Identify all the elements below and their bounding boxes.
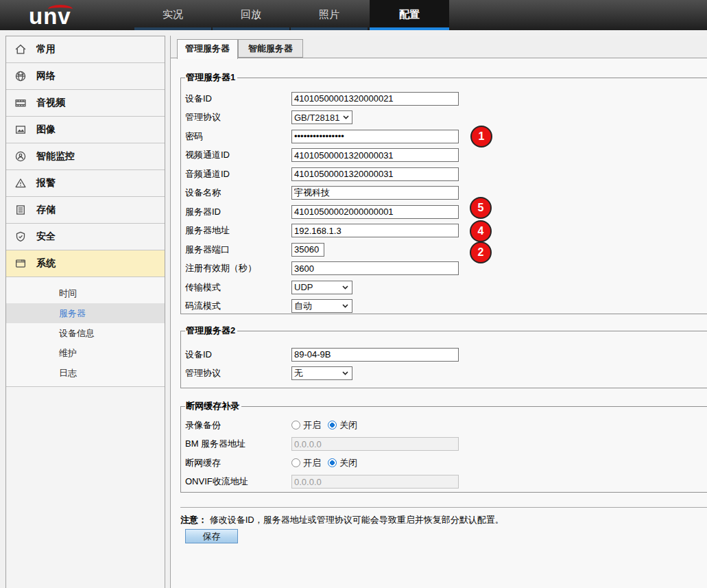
field-label: ONVIF收流地址 [185,475,291,488]
form-row: BM 服务器地址 [185,435,707,454]
field-label: 注册有效期（秒） [185,262,291,274]
sidebar-subitem-maintenance[interactable]: 维护 [6,343,165,363]
sidebar-item-common[interactable]: 常用 [6,36,165,63]
form-row: 设备名称 [185,184,707,203]
field-label: 密码 [185,130,291,143]
form-row: 视频通道ID [185,146,707,165]
nav-tab-underline [134,27,211,30]
section-title: 管理服务器2 [185,325,237,337]
sidebar-item-image[interactable]: 图像 [6,117,165,143]
form-row: 码流模式 自动 [185,297,707,316]
stream-mode-select[interactable]: 自动 [291,299,352,313]
sidebar-item-audio-video[interactable]: 音视频 [6,90,165,117]
radio-label: 开启 [303,419,321,432]
top-bar: unv 实况 回放 照片 配置 [0,0,707,30]
field-label: 服务器地址 [185,224,291,237]
document-icon [14,204,27,216]
nav-tab-live[interactable]: 实况 [134,0,211,30]
field-label: 视频通道ID [185,149,291,161]
unv-logo: unv [29,1,71,32]
server-id-input[interactable] [291,205,459,219]
sidebar-item-security[interactable]: 安全 [6,224,165,250]
offline-cache-radio-off[interactable] [328,458,337,467]
device-id-2-input[interactable] [291,348,459,362]
form-row: 服务器端口 [185,240,707,259]
audio-channel-id-input[interactable] [291,167,459,181]
offline-cache-radio-on[interactable] [291,458,300,467]
sidebar-item-network[interactable]: 网络 [6,63,165,90]
server-address-input[interactable] [291,224,459,237]
nav-tab-playback[interactable]: 回放 [213,0,289,30]
nav-tab-live-label: 实况 [163,8,183,20]
sidebar-item-label: 智能监控 [36,150,75,163]
sidebar-subitem-server[interactable]: 服务器 [6,303,165,323]
content-area: 管理服务器 智能服务器 管理服务器1 设备ID 管理协议 GB/T28181 密… [170,36,707,588]
select-value: UDP [294,282,313,292]
form-row: 管理协议 无 [185,364,707,384]
video-channel-id-input[interactable] [291,148,459,162]
offline-cache-section: 断网缓存补录 录像备份 开启 关闭 BM 服务器地址 断网缓存 开启 [180,400,707,493]
shield-check-icon [14,231,27,243]
field-label: 断网缓存 [185,457,291,469]
sidebar-item-storage[interactable]: 存储 [6,197,165,224]
section-title: 管理服务器1 [185,71,237,84]
record-backup-radio-on[interactable] [291,421,300,430]
form-row: 设备ID [185,345,707,364]
form-row: 设备ID [185,89,707,108]
sidebar-item-label: 音视频 [36,97,65,109]
sidebar-item-label: 系统 [36,257,56,270]
password-input[interactable] [291,130,459,143]
content-tab-strip: 管理服务器 智能服务器 [171,36,707,58]
sidebar-subitem-log[interactable]: 日志 [6,363,165,383]
sidebar-subitem-time[interactable]: 时间 [6,283,165,303]
protocol-select[interactable]: GB/T28181 [291,110,352,124]
record-backup-radio-off[interactable] [328,421,337,430]
transport-mode-select[interactable]: UDP [291,281,352,294]
device-name-input[interactable] [291,186,459,200]
chevron-down-icon [343,115,349,119]
form-row: 服务器地址 [185,222,707,241]
film-icon [14,97,27,109]
sidebar-item-system[interactable]: 系统 [6,250,165,277]
onvif-address-input [291,475,459,489]
nav-tab-photo[interactable]: 照片 [291,0,368,30]
sidebar: 常用 网络 音视频 图像 智能监控 报警 存储 [5,36,165,588]
sidebar-item-alarm[interactable]: 报警 [6,170,165,197]
note-text: 注意： 修改设备ID，服务器地址或管理协议可能会导致重启并恢复部分默认配置。 [180,514,504,526]
tab-smart-server[interactable]: 智能服务器 [238,39,303,58]
protocol-2-select[interactable]: 无 [291,366,352,380]
sidebar-item-label: 常用 [36,43,56,56]
field-label: 设备ID [185,93,291,105]
form-row: 密码 [185,127,707,146]
field-label: 设备ID [185,349,291,361]
form-row: 服务器ID [185,202,707,222]
sidebar-item-label: 图像 [36,124,56,136]
field-label: 音频通道ID [185,168,291,180]
nav-tab-config-label: 配置 [399,8,420,20]
tab-management-server[interactable]: 管理服务器 [177,39,238,59]
system-submenu: 时间 服务器 设备信息 维护 日志 [6,277,165,387]
divider [180,507,707,508]
nav-tab-underline [291,27,368,30]
device-id-input[interactable] [291,92,459,106]
sidebar-item-label: 报警 [36,177,56,189]
sidebar-item-smart[interactable]: 智能监控 [6,143,165,170]
field-label: 传输模式 [185,281,291,294]
nav-tab-underline [370,27,449,30]
system-window-icon [14,257,27,270]
sidebar-subitem-device-info[interactable]: 设备信息 [6,323,165,343]
register-validity-input[interactable] [291,261,459,275]
field-label: 服务器端口 [185,244,291,256]
field-label: 码流模式 [185,300,291,312]
server-port-input[interactable] [291,243,324,257]
form-row: 音频通道ID [185,165,707,184]
home-icon [14,43,27,56]
chevron-down-icon [342,371,348,375]
chevron-down-icon [342,285,348,290]
save-button[interactable]: 保存 [185,529,238,543]
nav-tab-config[interactable]: 配置 [370,0,449,30]
field-label: BM 服务器地址 [185,438,291,450]
field-label: 设备名称 [185,187,291,199]
unv-logo-arc [48,5,73,14]
field-label: 管理协议 [185,367,291,379]
